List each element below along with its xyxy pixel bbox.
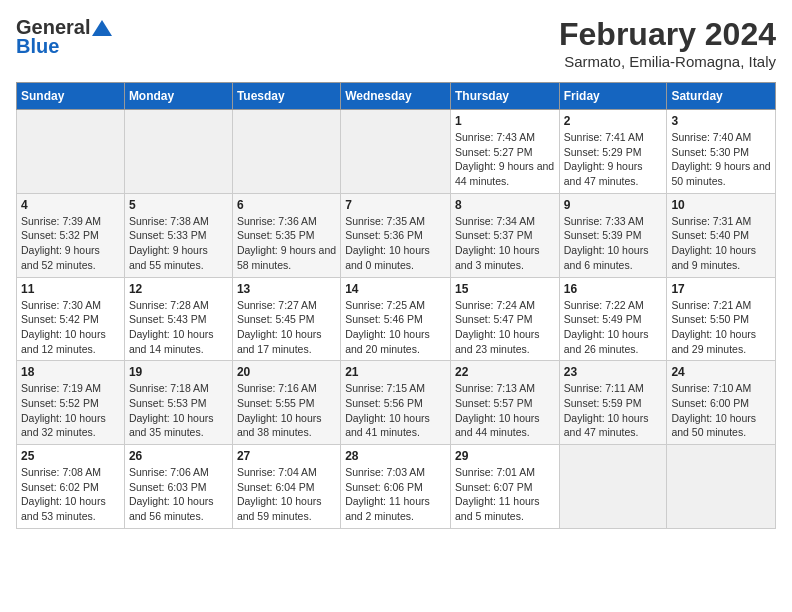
day-info-line: Sunset: 5:30 PM [671, 145, 771, 160]
calendar-cell: 18Sunrise: 7:19 AMSunset: 5:52 PMDayligh… [17, 361, 125, 445]
calendar-cell: 1Sunrise: 7:43 AMSunset: 5:27 PMDaylight… [450, 110, 559, 194]
calendar-cell: 19Sunrise: 7:18 AMSunset: 5:53 PMDayligh… [124, 361, 232, 445]
calendar-cell: 11Sunrise: 7:30 AMSunset: 5:42 PMDayligh… [17, 277, 125, 361]
day-info-line: Sunrise: 7:15 AM [345, 381, 446, 396]
calendar-cell: 20Sunrise: 7:16 AMSunset: 5:55 PMDayligh… [232, 361, 340, 445]
day-info-line: Sunset: 5:35 PM [237, 228, 336, 243]
day-info-line: Daylight: 9 hours and 47 minutes. [564, 159, 663, 188]
day-info-line: Daylight: 10 hours and 17 minutes. [237, 327, 336, 356]
day-info-line: Daylight: 10 hours and 14 minutes. [129, 327, 228, 356]
calendar-week-row: 18Sunrise: 7:19 AMSunset: 5:52 PMDayligh… [17, 361, 776, 445]
calendar-week-row: 11Sunrise: 7:30 AMSunset: 5:42 PMDayligh… [17, 277, 776, 361]
day-info-line: Sunset: 5:39 PM [564, 228, 663, 243]
calendar-cell [559, 445, 667, 529]
calendar-cell: 21Sunrise: 7:15 AMSunset: 5:56 PMDayligh… [341, 361, 451, 445]
calendar-cell: 26Sunrise: 7:06 AMSunset: 6:03 PMDayligh… [124, 445, 232, 529]
day-info-line: Sunrise: 7:40 AM [671, 130, 771, 145]
day-info-line: Sunrise: 7:11 AM [564, 381, 663, 396]
day-info-line: Daylight: 10 hours and 20 minutes. [345, 327, 446, 356]
day-info-line: Sunset: 5:47 PM [455, 312, 555, 327]
day-number: 29 [455, 449, 555, 463]
day-number: 23 [564, 365, 663, 379]
day-info-line: Daylight: 10 hours and 47 minutes. [564, 411, 663, 440]
day-info-line: Sunrise: 7:31 AM [671, 214, 771, 229]
calendar-week-row: 25Sunrise: 7:08 AMSunset: 6:02 PMDayligh… [17, 445, 776, 529]
day-info-line: Daylight: 10 hours and 32 minutes. [21, 411, 120, 440]
calendar-cell: 10Sunrise: 7:31 AMSunset: 5:40 PMDayligh… [667, 193, 776, 277]
day-info-line: Sunset: 6:02 PM [21, 480, 120, 495]
calendar-cell [17, 110, 125, 194]
calendar-cell: 6Sunrise: 7:36 AMSunset: 5:35 PMDaylight… [232, 193, 340, 277]
day-info-line: Sunset: 5:32 PM [21, 228, 120, 243]
day-info-line: Sunrise: 7:36 AM [237, 214, 336, 229]
day-info-line: Sunset: 5:46 PM [345, 312, 446, 327]
day-info-line: Daylight: 9 hours and 52 minutes. [21, 243, 120, 272]
day-number: 25 [21, 449, 120, 463]
calendar-cell: 16Sunrise: 7:22 AMSunset: 5:49 PMDayligh… [559, 277, 667, 361]
calendar-cell: 17Sunrise: 7:21 AMSunset: 5:50 PMDayligh… [667, 277, 776, 361]
calendar-cell: 2Sunrise: 7:41 AMSunset: 5:29 PMDaylight… [559, 110, 667, 194]
day-header-tuesday: Tuesday [232, 83, 340, 110]
logo-icon [92, 20, 112, 36]
day-info-line: Sunset: 5:56 PM [345, 396, 446, 411]
day-info-line: Sunset: 6:03 PM [129, 480, 228, 495]
day-number: 16 [564, 282, 663, 296]
day-header-sunday: Sunday [17, 83, 125, 110]
day-number: 9 [564, 198, 663, 212]
day-header-saturday: Saturday [667, 83, 776, 110]
day-info-line: Daylight: 11 hours and 2 minutes. [345, 494, 446, 523]
day-info-line: Sunset: 6:04 PM [237, 480, 336, 495]
day-header-thursday: Thursday [450, 83, 559, 110]
day-number: 24 [671, 365, 771, 379]
day-info-line: Sunrise: 7:30 AM [21, 298, 120, 313]
day-info-line: Sunrise: 7:27 AM [237, 298, 336, 313]
day-info-line: Daylight: 10 hours and 6 minutes. [564, 243, 663, 272]
main-title: February 2024 [559, 16, 776, 53]
day-info-line: Daylight: 10 hours and 38 minutes. [237, 411, 336, 440]
day-number: 22 [455, 365, 555, 379]
day-info-line: Sunrise: 7:39 AM [21, 214, 120, 229]
day-info-line: Daylight: 10 hours and 26 minutes. [564, 327, 663, 356]
day-info-line: Sunset: 5:50 PM [671, 312, 771, 327]
day-info-line: Sunrise: 7:08 AM [21, 465, 120, 480]
day-info-line: Sunset: 5:29 PM [564, 145, 663, 160]
sub-title: Sarmato, Emilia-Romagna, Italy [559, 53, 776, 70]
calendar-cell: 13Sunrise: 7:27 AMSunset: 5:45 PMDayligh… [232, 277, 340, 361]
day-number: 1 [455, 114, 555, 128]
day-info-line: Daylight: 10 hours and 0 minutes. [345, 243, 446, 272]
day-info-line: Daylight: 10 hours and 56 minutes. [129, 494, 228, 523]
day-info-line: Sunset: 5:59 PM [564, 396, 663, 411]
day-number: 21 [345, 365, 446, 379]
day-number: 3 [671, 114, 771, 128]
day-info-line: Sunrise: 7:43 AM [455, 130, 555, 145]
calendar-table: SundayMondayTuesdayWednesdayThursdayFrid… [16, 82, 776, 529]
day-info-line: Daylight: 9 hours and 58 minutes. [237, 243, 336, 272]
calendar-cell: 3Sunrise: 7:40 AMSunset: 5:30 PMDaylight… [667, 110, 776, 194]
day-info-line: Sunrise: 7:24 AM [455, 298, 555, 313]
day-info-line: Sunrise: 7:38 AM [129, 214, 228, 229]
day-info-line: Daylight: 10 hours and 3 minutes. [455, 243, 555, 272]
day-info-line: Daylight: 10 hours and 23 minutes. [455, 327, 555, 356]
day-info-line: Daylight: 10 hours and 50 minutes. [671, 411, 771, 440]
logo-blue-text: Blue [16, 35, 59, 58]
day-number: 17 [671, 282, 771, 296]
calendar-cell: 14Sunrise: 7:25 AMSunset: 5:46 PMDayligh… [341, 277, 451, 361]
day-info-line: Daylight: 10 hours and 59 minutes. [237, 494, 336, 523]
day-info-line: Daylight: 10 hours and 53 minutes. [21, 494, 120, 523]
calendar-cell [232, 110, 340, 194]
day-info-line: Sunrise: 7:03 AM [345, 465, 446, 480]
day-number: 2 [564, 114, 663, 128]
day-number: 7 [345, 198, 446, 212]
day-info-line: Sunset: 5:49 PM [564, 312, 663, 327]
calendar-cell: 25Sunrise: 7:08 AMSunset: 6:02 PMDayligh… [17, 445, 125, 529]
calendar-cell: 8Sunrise: 7:34 AMSunset: 5:37 PMDaylight… [450, 193, 559, 277]
day-info-line: Sunset: 5:53 PM [129, 396, 228, 411]
calendar-cell: 5Sunrise: 7:38 AMSunset: 5:33 PMDaylight… [124, 193, 232, 277]
calendar-cell: 22Sunrise: 7:13 AMSunset: 5:57 PMDayligh… [450, 361, 559, 445]
day-number: 15 [455, 282, 555, 296]
calendar-cell: 29Sunrise: 7:01 AMSunset: 6:07 PMDayligh… [450, 445, 559, 529]
calendar-cell: 4Sunrise: 7:39 AMSunset: 5:32 PMDaylight… [17, 193, 125, 277]
day-number: 28 [345, 449, 446, 463]
day-info-line: Sunrise: 7:28 AM [129, 298, 228, 313]
calendar-cell [667, 445, 776, 529]
